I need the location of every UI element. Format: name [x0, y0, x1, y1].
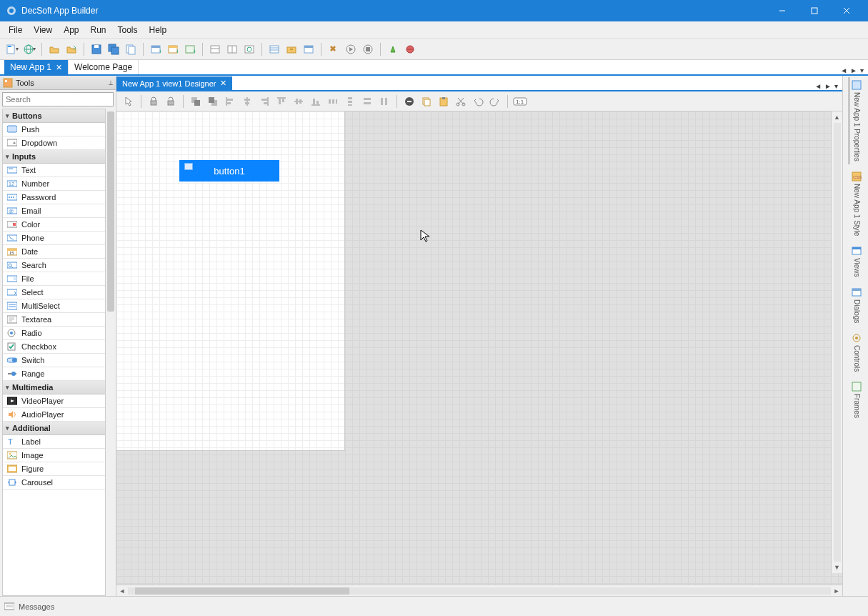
debug-green-button[interactable]	[385, 41, 401, 57]
add-frame-button[interactable]: +	[182, 41, 198, 57]
tool-select[interactable]: Select	[3, 286, 105, 299]
tool-email[interactable]: @Email	[3, 204, 105, 218]
manage-languages-button[interactable]	[241, 41, 257, 57]
scroll-down-icon[interactable]: ▼	[832, 562, 842, 573]
align-left-button[interactable]	[222, 94, 238, 109]
menu-help[interactable]: Help	[144, 23, 173, 37]
menu-view[interactable]: View	[28, 23, 58, 37]
manage-files-button[interactable]	[207, 41, 223, 57]
tool-file[interactable]: File	[3, 272, 105, 286]
messages-bar[interactable]: Messages	[0, 596, 868, 616]
zoom-button[interactable]: 1:1	[512, 94, 528, 109]
vtab-style[interactable]: CSSNew App 1 Style	[848, 169, 863, 239]
vtab-views[interactable]: Views	[848, 243, 863, 280]
pointer-button[interactable]	[121, 94, 136, 109]
canvas-vscroll[interactable]: ▲ ▼	[831, 111, 842, 573]
new-file-dropdown[interactable]: ▾	[4, 41, 20, 57]
paste-control-button[interactable]	[436, 94, 452, 109]
tool-radio[interactable]: Radio	[3, 327, 105, 340]
distribute-v-button[interactable]	[342, 94, 358, 109]
canvas-page[interactable]: button1	[116, 111, 345, 451]
align-bottom-button[interactable]	[308, 94, 324, 109]
tools-scrollbar[interactable]	[106, 109, 116, 596]
cut-button[interactable]	[453, 94, 469, 109]
save-all-button[interactable]	[106, 41, 121, 57]
menu-app[interactable]: App	[58, 23, 84, 37]
tool-search[interactable]: Search	[3, 259, 105, 272]
window-close-button[interactable]	[830, 0, 862, 21]
window-preview-button[interactable]	[301, 41, 316, 57]
archive-button[interactable]	[284, 41, 299, 57]
window-minimize-button[interactable]	[766, 0, 798, 21]
tool-switch[interactable]: Switch	[3, 354, 105, 367]
tool-dropdown[interactable]: Dropdown	[3, 136, 105, 150]
open-recent-button[interactable]	[64, 41, 79, 57]
tool-multiselect[interactable]: MultiSelect	[3, 299, 105, 313]
tab-next-button[interactable]: ►	[850, 66, 857, 74]
tool-password[interactable]: Password	[3, 191, 105, 204]
redo-button[interactable]	[487, 94, 503, 109]
window-maximize-button[interactable]	[798, 0, 830, 21]
tab-welcome-page[interactable]: Welcome Page	[69, 60, 139, 74]
align-top-button[interactable]	[274, 94, 289, 109]
designer-tab-view1[interactable]: New App 1 view1 Designer ✕	[116, 76, 232, 90]
tool-push[interactable]: Push	[3, 123, 105, 136]
tab-new-app-1[interactable]: New App 1 ✕	[4, 60, 69, 74]
database-button[interactable]	[266, 41, 282, 57]
designer-canvas[interactable]: button1 ▲ ▼	[116, 111, 842, 585]
tool-label[interactable]: TLabel	[3, 435, 105, 449]
scroll-left-icon[interactable]: ◄	[116, 587, 128, 595]
align-middle-v-button[interactable]	[291, 94, 306, 109]
category-inputs[interactable]: ▾Inputs	[3, 150, 105, 164]
tool-range[interactable]: Range	[3, 367, 105, 381]
tool-image[interactable]: Image	[3, 449, 105, 462]
pin-icon[interactable]: ⟂	[109, 79, 113, 86]
tab-prev-button[interactable]: ◄	[840, 66, 847, 74]
tool-date[interactable]: 15Date	[3, 245, 105, 259]
globe-dropdown[interactable]: ▾	[21, 41, 37, 57]
category-multimedia[interactable]: ▾Multimedia	[3, 381, 105, 394]
tab-next-button[interactable]: ►	[824, 82, 832, 90]
vtab-properties[interactable]: New App 1 Properties	[848, 77, 863, 164]
menu-file[interactable]: File	[3, 23, 28, 37]
undo-button[interactable]	[470, 94, 486, 109]
tool-phone[interactable]: Phone	[3, 232, 105, 245]
close-icon[interactable]: ✕	[56, 63, 62, 72]
scroll-up-icon[interactable]: ▲	[832, 111, 842, 123]
delete-button[interactable]	[401, 94, 417, 109]
copy-button[interactable]	[123, 41, 139, 57]
open-folder-button[interactable]	[46, 41, 62, 57]
control-button1[interactable]: button1	[179, 160, 279, 182]
tab-menu-button[interactable]: ▾	[860, 66, 864, 74]
menu-run[interactable]: Run	[85, 23, 112, 37]
send-back-button[interactable]	[205, 94, 221, 109]
tool-videoplayer[interactable]: VideoPlayer	[3, 394, 105, 408]
menu-tools[interactable]: Tools	[112, 23, 144, 37]
manage-resources-button[interactable]	[224, 41, 240, 57]
vtab-controls[interactable]: Controls	[848, 330, 863, 374]
close-icon[interactable]: ✕	[220, 79, 226, 88]
same-width-button[interactable]	[359, 94, 375, 109]
add-view-button[interactable]: +	[148, 41, 164, 57]
tool-checkbox[interactable]: Checkbox	[3, 340, 105, 354]
tool-audioplayer[interactable]: AudioPlayer	[3, 408, 105, 422]
tool-color[interactable]: Color	[3, 218, 105, 232]
run-button[interactable]	[343, 41, 359, 57]
tool-textarea[interactable]: Textarea	[3, 313, 105, 327]
tab-menu-button[interactable]: ▾	[834, 82, 838, 90]
tab-prev-button[interactable]: ◄	[814, 82, 822, 90]
align-center-h-button[interactable]	[239, 94, 255, 109]
canvas-hscroll[interactable]: ◄ ►	[116, 585, 842, 596]
category-buttons[interactable]: ▾Buttons	[3, 109, 105, 123]
unlock-button[interactable]	[163, 94, 179, 109]
stop-button[interactable]	[360, 41, 376, 57]
save-button[interactable]	[89, 41, 104, 57]
copy-control-button[interactable]	[419, 94, 434, 109]
tools-search-input[interactable]	[2, 92, 114, 106]
align-right-button[interactable]	[256, 94, 272, 109]
vtab-frames[interactable]: Frames	[848, 379, 863, 421]
lock-button[interactable]	[146, 94, 161, 109]
vtab-dialogs[interactable]: Dialogs	[848, 284, 863, 326]
tool-number[interactable]: 12Number	[3, 177, 105, 191]
tool-figure[interactable]: Figure	[3, 462, 105, 476]
